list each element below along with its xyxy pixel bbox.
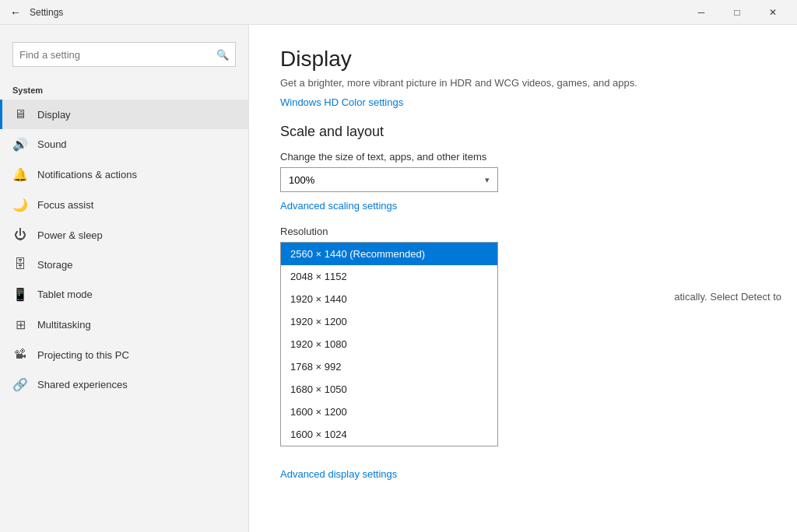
page-description: Get a brighter, more vibrant picture in … <box>280 76 669 90</box>
advanced-scaling-link[interactable]: Advanced scaling settings <box>280 200 397 212</box>
resolution-list: 2560 × 1440 (Recommended)2048 × 11521920… <box>281 243 497 446</box>
back-button[interactable]: ← <box>6 3 25 22</box>
resolution-option-8[interactable]: 1600 × 1024 <box>281 423 497 446</box>
minimize-icon: ─ <box>698 7 705 18</box>
resolution-option-1[interactable]: 2048 × 1152 <box>281 265 497 288</box>
sidebar-item-focus[interactable]: 🌙 Focus assist <box>0 190 248 220</box>
close-button[interactable]: ✕ <box>755 0 791 25</box>
resolution-label: Resolution <box>280 226 766 237</box>
shared-icon: 🔗 <box>12 377 28 392</box>
sidebar-item-notifications[interactable]: 🔔 Notifications & actions <box>0 159 248 190</box>
sidebar-item-label-power: Power & sleep <box>37 229 103 241</box>
sidebar-item-sound[interactable]: 🔊 Sound <box>0 129 248 159</box>
sidebar: 🔍 System 🖥 Display 🔊 Sound 🔔 Notificatio… <box>0 25 249 532</box>
search-input[interactable] <box>19 49 216 61</box>
focus-icon: 🌙 <box>12 198 28 212</box>
sidebar-header: 🔍 <box>0 25 248 82</box>
resolution-option-4[interactable]: 1920 × 1080 <box>281 333 497 355</box>
resolution-option-7[interactable]: 1600 × 1200 <box>281 401 497 423</box>
back-icon: ← <box>10 6 21 19</box>
sidebar-item-projecting[interactable]: 📽 Projecting to this PC <box>0 340 248 369</box>
sidebar-item-display[interactable]: 🖥 Display <box>0 100 248 129</box>
app-body: 🔍 System 🖥 Display 🔊 Sound 🔔 Notificatio… <box>0 25 797 532</box>
resolution-option-0[interactable]: 2560 × 1440 (Recommended) <box>281 243 497 265</box>
sidebar-item-label-shared: Shared experiences <box>37 379 128 390</box>
scale-dropdown-arrow: ▾ <box>485 175 490 185</box>
sidebar-item-label-focus: Focus assist <box>37 199 93 211</box>
scale-value: 100% <box>289 174 314 186</box>
sidebar-item-label-multitasking: Multitasking <box>37 319 91 331</box>
sidebar-item-shared[interactable]: 🔗 Shared experiences <box>0 369 248 400</box>
multitasking-icon: ⊞ <box>12 317 28 332</box>
sidebar-item-label-projecting: Projecting to this PC <box>37 349 129 361</box>
nav-items-list: 🖥 Display 🔊 Sound 🔔 Notifications & acti… <box>0 100 248 400</box>
search-box[interactable]: 🔍 <box>12 42 236 67</box>
sidebar-item-multitasking[interactable]: ⊞ Multitasking <box>0 310 248 340</box>
storage-icon: 🗄 <box>12 257 28 271</box>
display-icon: 🖥 <box>12 107 28 121</box>
notifications-icon: 🔔 <box>12 167 28 182</box>
page-title: Display <box>280 47 766 72</box>
maximize-icon: □ <box>734 7 739 18</box>
resolution-option-2[interactable]: 1920 × 1440 <box>281 288 497 310</box>
sidebar-section-label: System <box>0 82 248 100</box>
sidebar-item-label-sound: Sound <box>37 138 67 150</box>
search-icon[interactable]: 🔍 <box>216 49 229 61</box>
sidebar-item-label-tablet: Tablet mode <box>37 289 93 300</box>
resolution-dropdown[interactable]: 2560 × 1440 (Recommended)2048 × 11521920… <box>280 242 498 446</box>
minimize-button[interactable]: ─ <box>683 0 719 25</box>
sidebar-item-label-display: Display <box>37 109 71 121</box>
partial-desc-text: atically. Select Detect to <box>674 289 781 305</box>
scale-label: Change the size of text, apps, and other… <box>280 151 766 163</box>
sound-icon: 🔊 <box>12 137 28 152</box>
scale-dropdown[interactable]: 100% ▾ <box>280 167 498 192</box>
scale-section-title: Scale and layout <box>280 124 766 140</box>
resolution-option-6[interactable]: 1680 × 1050 <box>281 378 497 401</box>
sidebar-item-power[interactable]: ⏻ Power & sleep <box>0 220 248 250</box>
sidebar-item-tablet[interactable]: 📱 Tablet mode <box>0 279 248 310</box>
maximize-button[interactable]: □ <box>719 0 755 25</box>
title-bar-title: Settings <box>30 7 683 18</box>
sidebar-item-label-notifications: Notifications & actions <box>37 169 137 180</box>
title-bar: ← Settings ─ □ ✕ <box>0 0 797 25</box>
projecting-icon: 📽 <box>12 348 28 362</box>
sidebar-item-label-storage: Storage <box>37 259 73 271</box>
content-area: Display Get a brighter, more vibrant pic… <box>249 25 797 532</box>
advanced-display-link[interactable]: Advanced display settings <box>280 468 397 480</box>
resolution-option-5[interactable]: 1768 × 992 <box>281 355 497 378</box>
resolution-option-3[interactable]: 1920 × 1200 <box>281 310 497 333</box>
close-icon: ✕ <box>769 7 777 18</box>
sidebar-item-storage[interactable]: 🗄 Storage <box>0 250 248 279</box>
hdr-color-link[interactable]: Windows HD Color settings <box>280 96 403 108</box>
title-bar-controls: ─ □ ✕ <box>683 0 791 25</box>
power-icon: ⏻ <box>12 228 28 242</box>
tablet-icon: 📱 <box>12 287 28 302</box>
